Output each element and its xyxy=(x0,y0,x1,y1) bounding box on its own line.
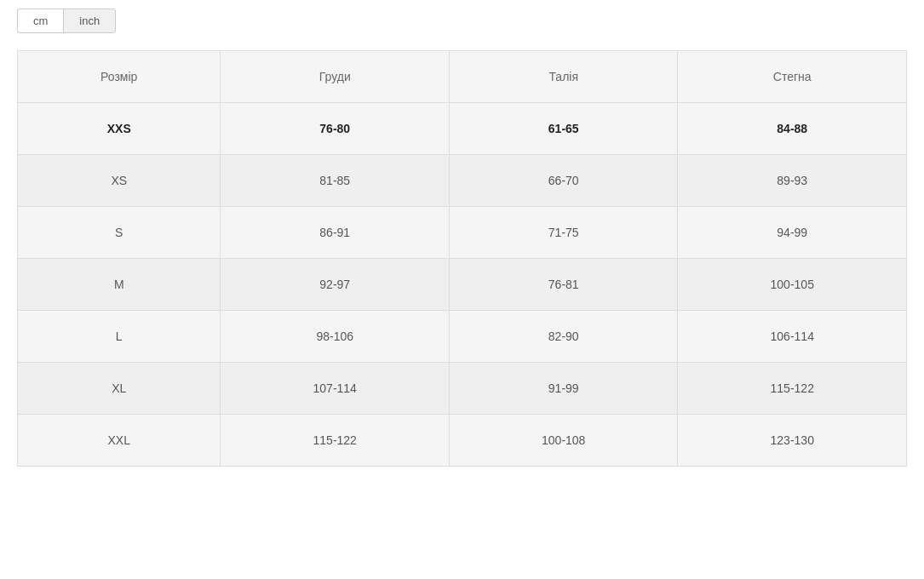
chest-cell: 107-114 xyxy=(221,363,450,415)
chest-cell: 81-85 xyxy=(221,155,450,207)
table-header-row: Розмір Груди Талія Стегна xyxy=(18,51,907,103)
chest-cell: 98-106 xyxy=(221,311,450,363)
col-header-hips: Стегна xyxy=(678,51,907,103)
waist-cell: 82-90 xyxy=(449,311,678,363)
size-cell: XXS xyxy=(18,103,221,155)
unit-toggle: cm inch xyxy=(17,9,907,33)
size-cell: L xyxy=(18,311,221,363)
size-cell: M xyxy=(18,259,221,311)
table-row: XXS76-8061-6584-88 xyxy=(18,103,907,155)
hips-cell: 100-105 xyxy=(678,259,907,311)
chest-cell: 115-122 xyxy=(221,415,450,467)
table-row: XXL115-122100-108123-130 xyxy=(18,415,907,467)
cm-button[interactable]: cm xyxy=(17,9,63,33)
hips-cell: 115-122 xyxy=(678,363,907,415)
hips-cell: 84-88 xyxy=(678,103,907,155)
waist-cell: 66-70 xyxy=(449,155,678,207)
hips-cell: 123-130 xyxy=(678,415,907,467)
waist-cell: 100-108 xyxy=(449,415,678,467)
waist-cell: 76-81 xyxy=(449,259,678,311)
size-cell: S xyxy=(18,207,221,259)
size-cell: XXL xyxy=(18,415,221,467)
chest-cell: 76-80 xyxy=(221,103,450,155)
chest-cell: 86-91 xyxy=(221,207,450,259)
size-chart-table: Розмір Груди Талія Стегна XXS76-8061-658… xyxy=(17,50,907,467)
inch-button[interactable]: inch xyxy=(63,9,116,33)
waist-cell: 61-65 xyxy=(449,103,678,155)
hips-cell: 94-99 xyxy=(678,207,907,259)
col-header-size: Розмір xyxy=(18,51,221,103)
table-row: L98-10682-90106-114 xyxy=(18,311,907,363)
table-row: XL107-11491-99115-122 xyxy=(18,363,907,415)
size-cell: XL xyxy=(18,363,221,415)
table-row: M92-9776-81100-105 xyxy=(18,259,907,311)
col-header-waist: Талія xyxy=(449,51,678,103)
hips-cell: 89-93 xyxy=(678,155,907,207)
table-row: XS81-8566-7089-93 xyxy=(18,155,907,207)
table-row: S86-9171-7594-99 xyxy=(18,207,907,259)
chest-cell: 92-97 xyxy=(221,259,450,311)
size-cell: XS xyxy=(18,155,221,207)
waist-cell: 71-75 xyxy=(449,207,678,259)
col-header-chest: Груди xyxy=(221,51,450,103)
hips-cell: 106-114 xyxy=(678,311,907,363)
waist-cell: 91-99 xyxy=(449,363,678,415)
